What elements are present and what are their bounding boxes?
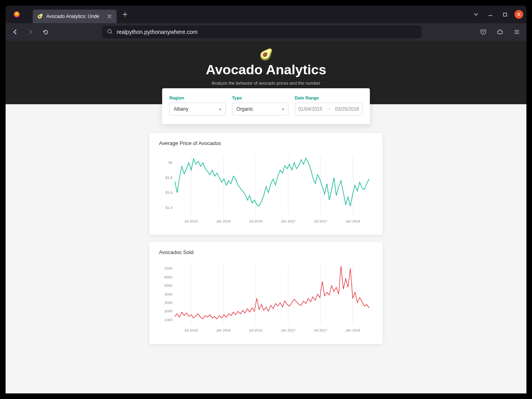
new-tab-button[interactable] <box>119 8 131 20</box>
svg-text:$1.8: $1.8 <box>165 176 172 180</box>
tabs-dropdown-icon[interactable] <box>471 10 481 19</box>
region-value: Albany <box>174 106 189 112</box>
svg-text:Jan 2016: Jan 2016 <box>216 328 231 332</box>
svg-text:Jul 2015: Jul 2015 <box>184 219 198 223</box>
svg-text:4000: 4000 <box>165 292 173 296</box>
date-range-picker[interactable]: 01/04/2015 → 03/25/2018 <box>295 103 363 115</box>
svg-text:Jul 2017: Jul 2017 <box>314 219 328 223</box>
window-close-button[interactable] <box>514 10 523 19</box>
avocado-favicon-icon: 🥑 <box>37 13 43 20</box>
page-title: Avocado Analytics <box>6 62 526 77</box>
avocado-emoji-icon: 🥑 <box>6 48 526 61</box>
type-value: Organic <box>236 106 253 112</box>
svg-text:3000: 3000 <box>165 301 173 305</box>
search-icon <box>107 29 113 36</box>
svg-text:Jan 2018: Jan 2018 <box>345 328 360 332</box>
volume-chart[interactable]: 1000200030004000500060007000Jul 2015Jan … <box>159 260 373 336</box>
url-text: realpython.pythonanywhere.com <box>117 29 197 35</box>
svg-text:Jan 2016: Jan 2016 <box>216 219 231 223</box>
svg-text:Jul 2017: Jul 2017 <box>314 328 328 332</box>
svg-text:Jan 2018: Jan 2018 <box>345 219 360 223</box>
extensions-icon[interactable] <box>494 26 506 38</box>
svg-text:Jul 2015: Jul 2015 <box>184 328 198 332</box>
window-minimize-button[interactable] <box>486 10 495 19</box>
reload-button[interactable] <box>39 26 52 38</box>
price-chart-card: Average Price of Avocados $1.4$1.6$1.8$2… <box>149 133 383 235</box>
menu-icon[interactable] <box>510 26 523 38</box>
browser-tab[interactable]: 🥑 Avocado Analytics: Unde <box>33 10 117 23</box>
svg-text:$2: $2 <box>169 161 173 165</box>
back-button[interactable] <box>9 26 22 38</box>
chevron-down-icon: ▾ <box>219 107 221 111</box>
svg-text:Jul 2016: Jul 2016 <box>249 328 262 332</box>
svg-text:Jan 2017: Jan 2017 <box>281 219 296 223</box>
volume-chart-title: Avocados Sold <box>159 249 373 255</box>
volume-chart-card: Avocados Sold 10002000300040005000600070… <box>149 242 383 344</box>
svg-text:Jul 2016: Jul 2016 <box>249 219 262 223</box>
type-select[interactable]: Organic ▾ <box>232 103 288 115</box>
date-start: 01/04/2015 <box>298 106 322 112</box>
svg-text:2000: 2000 <box>165 309 173 313</box>
page-viewport[interactable]: 🥑 Avocado Analytics Analyze the behavior… <box>6 41 526 393</box>
tab-close-icon[interactable] <box>106 13 113 20</box>
arrow-right-icon: → <box>326 106 331 112</box>
region-select[interactable]: Albany ▾ <box>169 103 226 115</box>
firefox-logo-icon <box>9 6 25 23</box>
url-bar[interactable]: realpython.pythonanywhere.com <box>102 26 422 38</box>
chevron-down-icon: ▾ <box>282 107 284 111</box>
svg-text:$1.4: $1.4 <box>165 206 172 210</box>
forward-button[interactable] <box>24 26 37 38</box>
window-maximize-button[interactable] <box>500 10 510 19</box>
date-end: 03/25/2018 <box>335 106 359 112</box>
tab-strip: 🥑 Avocado Analytics: Unde <box>6 6 526 23</box>
svg-rect-1 <box>503 13 506 16</box>
svg-text:5000: 5000 <box>165 284 173 288</box>
browser-toolbar: realpython.pythonanywhere.com <box>6 23 526 41</box>
filter-panel: Region Albany ▾ Type Organic ▾ <box>162 88 370 124</box>
svg-text:6000: 6000 <box>165 275 173 279</box>
tab-title: Avocado Analytics: Unde <box>46 14 103 19</box>
type-label: Type <box>232 95 288 100</box>
svg-point-0 <box>14 12 20 18</box>
svg-text:Jan 2017: Jan 2017 <box>281 328 296 332</box>
pocket-icon[interactable] <box>477 26 490 38</box>
price-chart[interactable]: $1.4$1.6$1.8$2Jul 2015Jan 2016Jul 2016Ja… <box>159 151 373 227</box>
svg-text:7000: 7000 <box>165 266 173 270</box>
price-chart-title: Average Price of Avocados <box>159 140 373 146</box>
svg-text:$1.6: $1.6 <box>165 191 172 195</box>
date-range-label: Date Range <box>295 95 363 100</box>
svg-text:1000: 1000 <box>165 318 173 322</box>
region-label: Region <box>169 95 226 100</box>
